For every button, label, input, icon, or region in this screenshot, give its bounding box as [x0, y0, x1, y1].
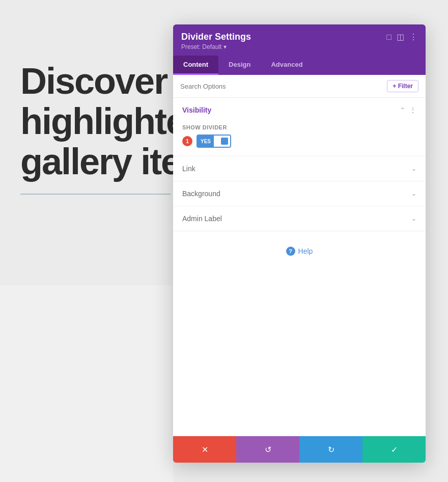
filter-button[interactable]: + Filter [387, 80, 418, 92]
tab-advanced[interactable]: Advanced [261, 56, 313, 75]
visibility-title: Visibility [182, 106, 211, 114]
show-divider-label: Show Divider [182, 124, 416, 130]
visibility-more-icon[interactable]: ⋮ [409, 106, 416, 114]
panel-header: Divider Settings □ ◫ ⋮ Preset: Default [173, 24, 426, 56]
redo-button[interactable]: ↻ [299, 436, 362, 463]
visibility-content: Show Divider 1 YES [173, 122, 426, 156]
background-title: Background [182, 190, 220, 198]
panel-tabs: Content Design Advanced [173, 56, 426, 75]
search-input[interactable] [180, 83, 383, 90]
panel-footer: ✕ ↺ ↻ ✓ [173, 436, 426, 463]
help-icon: ? [286, 247, 295, 256]
show-divider-toggle[interactable]: YES [197, 135, 231, 148]
visibility-actions: ⌃ ⋮ [400, 106, 416, 114]
section-admin-label: Admin Label ⌄ [173, 206, 426, 231]
background-header[interactable]: Background ⌄ [173, 181, 426, 206]
help-section: ? Help [173, 231, 426, 271]
save-button[interactable]: ✓ [362, 436, 426, 463]
toggle-dot [221, 138, 228, 145]
visibility-collapse-icon[interactable]: ⌃ [400, 106, 405, 114]
admin-label-expand-icon[interactable]: ⌄ [411, 215, 416, 222]
preset-selector[interactable]: Preset: Default [181, 43, 417, 50]
panel-title-row: Divider Settings □ ◫ ⋮ [181, 32, 417, 42]
visibility-header[interactable]: Visibility ⌃ ⋮ [173, 98, 426, 122]
panel-body: Visibility ⌃ ⋮ Show Divider 1 YES [173, 98, 426, 436]
badge-number: 1 [182, 136, 192, 146]
link-expand-icon[interactable]: ⌄ [411, 165, 416, 172]
reset-button[interactable]: ↺ [236, 436, 299, 463]
admin-label-title: Admin Label [182, 215, 222, 223]
tab-design[interactable]: Design [218, 56, 261, 75]
section-background: Background ⌄ [173, 181, 426, 206]
page-bg-bottom [0, 285, 173, 482]
toggle-yes-label: YES [198, 136, 214, 147]
panel-title: Divider Settings [181, 32, 251, 42]
section-visibility: Visibility ⌃ ⋮ Show Divider 1 YES [173, 98, 426, 156]
tab-content[interactable]: Content [173, 56, 218, 75]
toggle-track [214, 136, 230, 147]
section-link: Link ⌄ [173, 156, 426, 181]
more-icon[interactable]: ⋮ [409, 33, 417, 41]
help-label[interactable]: Help [298, 247, 313, 255]
link-title: Link [182, 165, 195, 173]
header-icons: □ ◫ ⋮ [386, 33, 417, 41]
admin-label-header[interactable]: Admin Label ⌄ [173, 206, 426, 231]
link-header[interactable]: Link ⌄ [173, 156, 426, 181]
search-row: + Filter [173, 75, 426, 98]
divider-settings-panel: Divider Settings □ ◫ ⋮ Preset: Default C… [173, 24, 426, 463]
page-divider [20, 194, 171, 195]
fullscreen-icon[interactable]: □ [386, 33, 391, 41]
toggle-row: 1 YES [182, 135, 416, 148]
split-icon[interactable]: ◫ [397, 33, 404, 41]
background-expand-icon[interactable]: ⌄ [411, 190, 416, 197]
cancel-button[interactable]: ✕ [173, 436, 236, 463]
